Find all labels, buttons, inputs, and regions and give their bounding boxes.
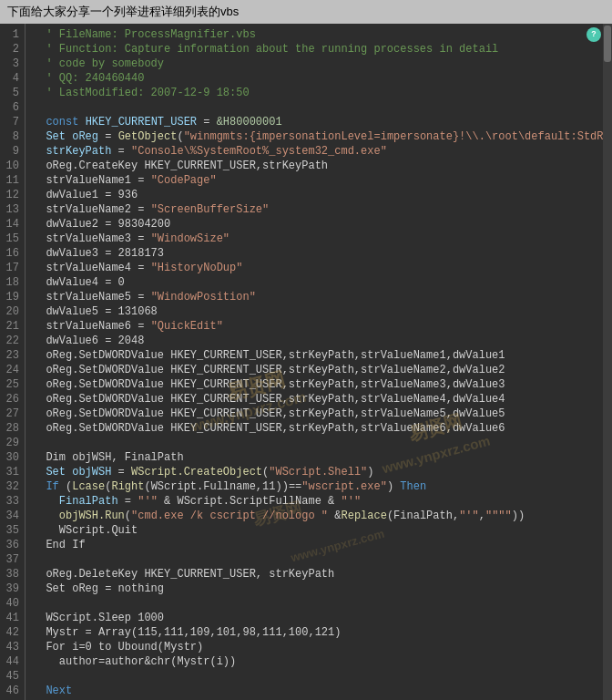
code-line: oReg.SetDWORDValue HKEY_CURRENT_USER,str… [33, 392, 605, 407]
line-number: 11 [4, 173, 19, 188]
code-container: 1234567891011121314151617181920212223242… [0, 24, 612, 700]
line-number: 39 [4, 582, 19, 596]
code-line: oReg.SetDWORDValue HKEY_CURRENT_USER,str… [33, 377, 605, 392]
scrollbar-thumb[interactable] [604, 26, 611, 62]
line-number: 29 [4, 436, 19, 450]
line-number: 33 [4, 494, 19, 509]
code-line: strValueName6 = "QuickEdit" [33, 319, 605, 334]
code-line: oReg.SetDWORDValue HKEY_CURRENT_USER,str… [33, 421, 605, 436]
code-line: const HKEY_CURRENT_USER = &H80000001 [33, 115, 605, 129]
code-line: For i=0 to Ubound(Mystr) [33, 640, 605, 654]
code-line: oReg.DeleteKey HKEY_CURRENT_USER, strKey… [33, 567, 605, 582]
line-number: 24 [4, 363, 19, 377]
code-line: ' QQ: 240460440 [33, 71, 605, 86]
header-title: 下面给大家分享一个列举进程详细列表的vbs [7, 5, 239, 18]
line-number: 35 [4, 523, 19, 538]
line-number: 21 [4, 319, 19, 334]
code-line: Mystr = Array(115,111,109,101,98,111,100… [33, 625, 605, 640]
code-line: ' code by somebody [33, 57, 605, 71]
header: 下面给大家分享一个列举进程详细列表的vbs [0, 0, 612, 24]
line-number: 27 [4, 407, 19, 421]
line-number: 40 [4, 596, 19, 611]
code-line: End If [33, 538, 605, 552]
code-line: dwValue1 = 936 [33, 188, 605, 202]
line-number: 20 [4, 304, 19, 319]
line-number: 25 [4, 377, 19, 392]
code-line: ' FileName: ProcessMagnifier.vbs [33, 27, 605, 42]
line-number: 45 [4, 669, 19, 684]
green-marker: ? [586, 27, 601, 42]
line-number: 44 [4, 654, 19, 669]
code-line: oReg.SetDWORDValue HKEY_CURRENT_USER,str… [33, 348, 605, 363]
line-number: 19 [4, 290, 19, 304]
line-number: 38 [4, 567, 19, 582]
line-number: 36 [4, 538, 19, 552]
code-line: strValueName3 = "WindowSize" [33, 232, 605, 246]
line-number: 32 [4, 479, 19, 494]
code-line: FinalPath = "'" & WScript.ScriptFullName… [33, 494, 605, 509]
line-number: 22 [4, 334, 19, 348]
code-line: WScript.Sleep 1000 [33, 611, 605, 625]
line-number: 5 [4, 86, 19, 100]
code-line [33, 669, 605, 684]
line-number: 23 [4, 348, 19, 363]
line-number: 42 [4, 625, 19, 640]
scrollbar[interactable] [603, 24, 612, 700]
line-number: 28 [4, 421, 19, 436]
code-line: Set objWSH = WScript.CreateObject("WScri… [33, 465, 605, 479]
code-line: dwValue6 = 2048 [33, 334, 605, 348]
code-line: WScript.Quit [33, 523, 605, 538]
line-number: 15 [4, 232, 19, 246]
line-number: 30 [4, 450, 19, 465]
line-number: 31 [4, 465, 19, 479]
code-line: strValueName2 = "ScreenBufferSize" [33, 202, 605, 217]
line-number: 17 [4, 261, 19, 275]
line-number: 1 [4, 27, 19, 42]
code-line [33, 436, 605, 450]
line-number: 34 [4, 509, 19, 523]
line-number: 2 [4, 42, 19, 57]
code-line: dwValue3 = 2818173 [33, 246, 605, 261]
line-number: 46 [4, 684, 19, 698]
code-line: strValueName4 = "HistoryNoDup" [33, 261, 605, 275]
code-line: oReg.SetDWORDValue HKEY_CURRENT_USER,str… [33, 363, 605, 377]
line-number: 8 [4, 129, 19, 144]
code-content[interactable]: ' FileName: ProcessMagnifier.vbs ' Funct… [26, 24, 612, 700]
line-number: 41 [4, 611, 19, 625]
code-line: dwValue4 = 0 [33, 275, 605, 290]
line-number: 4 [4, 71, 19, 86]
line-number: 18 [4, 275, 19, 290]
code-line [33, 596, 605, 611]
line-number: 16 [4, 246, 19, 261]
code-line: Set oReg = nothing [33, 582, 605, 596]
line-number: 3 [4, 57, 19, 71]
code-line: strValueName5 = "WindowPosition" [33, 290, 605, 304]
code-line: oReg.SetDWORDValue HKEY_CURRENT_USER,str… [33, 407, 605, 421]
code-line: objWSH.Run("cmd.exe /k cscript //nologo … [33, 509, 605, 523]
line-number: 12 [4, 188, 19, 202]
code-line: dwValue5 = 131068 [33, 304, 605, 319]
code-line: Dim objWSH, FinalPath [33, 450, 605, 465]
code-line: dwValue2 = 98304200 [33, 217, 605, 232]
code-line: Next [33, 684, 605, 698]
code-line: strKeyPath = "Console\%SystemRoot%_syste… [33, 144, 605, 159]
code-line [33, 552, 605, 567]
code-line: oReg.CreateKey HKEY_CURRENT_USER,strKeyP… [33, 159, 605, 173]
line-number: 10 [4, 159, 19, 173]
line-number: 7 [4, 115, 19, 129]
line-number: 13 [4, 202, 19, 217]
code-line: Set oReg = GetObject("winmgmts:{imperson… [33, 129, 605, 144]
code-line [33, 100, 605, 115]
line-numbers: 1234567891011121314151617181920212223242… [0, 24, 26, 700]
line-number: 43 [4, 640, 19, 654]
line-number: 14 [4, 217, 19, 232]
code-line: If (Lcase(Right(WScript.Fullname,11))=="… [33, 479, 605, 494]
code-line: strValueName1 = "CodePage" [33, 173, 605, 188]
line-number: 26 [4, 392, 19, 407]
line-number: 9 [4, 144, 19, 159]
code-line: author=author&chr(Mystr(i)) [33, 654, 605, 669]
code-line: ' Function: Capture information about th… [33, 42, 605, 57]
line-number: 37 [4, 552, 19, 567]
line-number: 6 [4, 100, 19, 115]
code-line: ' LastModified: 2007-12-9 18:50 [33, 86, 605, 100]
